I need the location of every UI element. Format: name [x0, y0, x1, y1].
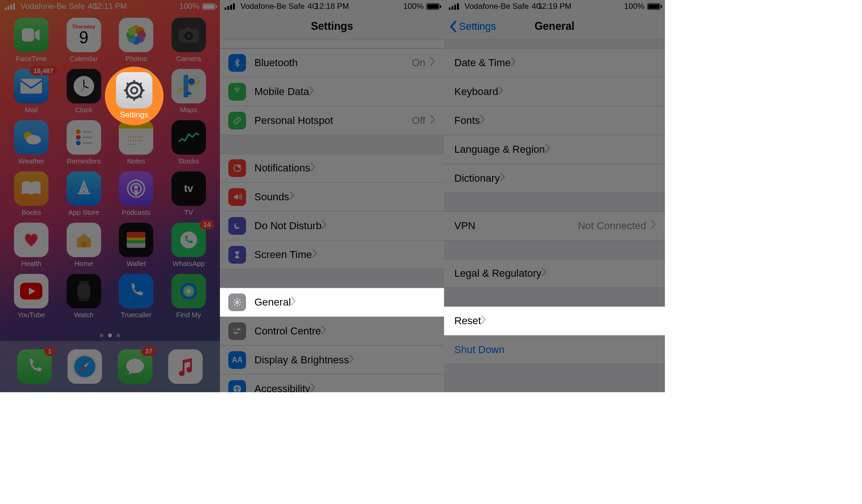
- row-value: Off: [412, 115, 425, 127]
- general-row-reset[interactable]: Reset: [444, 306, 665, 335]
- app-label: Clock: [75, 106, 93, 114]
- settings-highlight[interactable]: Settings: [105, 67, 164, 125]
- general-row-dictionary[interactable]: Dictionary: [444, 164, 665, 193]
- link-icon: [228, 112, 246, 129]
- app-home[interactable]: Home: [62, 223, 106, 267]
- app-tv[interactable]: tvTV: [167, 171, 211, 216]
- app-label: Photos: [125, 54, 147, 62]
- app-books[interactable]: Books: [9, 171, 54, 216]
- settings-row-mobile-data[interactable]: Mobile Data: [220, 77, 444, 106]
- general-row-vpn[interactable]: VPNNot Connected: [444, 211, 665, 240]
- page-dots[interactable]: [0, 334, 220, 337]
- phone-home-screen: Vodafone-Be Safe 4G 12:11 PM 100% FaceTi…: [0, 0, 220, 392]
- general-row-fonts[interactable]: Fonts: [444, 106, 665, 135]
- settings-row-control-centre[interactable]: Control Centre: [220, 317, 444, 346]
- app-safari[interactable]: [68, 349, 102, 384]
- svg-point-63: [238, 165, 241, 168]
- chevron-right-icon: [322, 220, 327, 232]
- books-icon: [14, 171, 48, 206]
- row-label: Keyboard: [454, 86, 498, 98]
- app-weather[interactable]: Weather: [9, 120, 54, 165]
- chevron-right-icon: [481, 315, 486, 327]
- app-camera[interactable]: Camera: [167, 18, 211, 62]
- badge: 18,487: [30, 66, 57, 75]
- chevron-right-icon: [312, 249, 318, 261]
- app-wallet[interactable]: Wallet: [114, 223, 158, 267]
- carrier-label: Vodafone-Be Safe: [21, 2, 85, 11]
- settings-row-display-brightness[interactable]: AADisplay & Brightness: [220, 346, 444, 375]
- general-row-language-region[interactable]: Language & Region: [444, 135, 665, 164]
- app-phone[interactable]: 1: [17, 349, 52, 384]
- app-facetime[interactable]: FaceTime: [9, 18, 54, 62]
- app-music[interactable]: [168, 349, 203, 384]
- settings-row-general[interactable]: General: [220, 288, 444, 317]
- battery-icon: [202, 3, 215, 10]
- facetime-icon: [14, 18, 48, 52]
- app-photos[interactable]: Photos: [114, 18, 158, 62]
- wallet-icon: [119, 223, 153, 257]
- svg-rect-45: [77, 284, 90, 299]
- nav-title: General: [534, 20, 575, 33]
- app-label: Weather: [18, 157, 44, 165]
- settings-icon: [116, 72, 152, 109]
- findmy-icon: [171, 274, 206, 308]
- clock-label: 12:18 PM: [315, 2, 349, 11]
- general-row-keyboard[interactable]: Keyboard: [444, 77, 665, 106]
- svg-point-24: [76, 129, 81, 134]
- row-label: Language & Region: [454, 143, 545, 156]
- app-messages[interactable]: 37: [118, 349, 152, 384]
- app-label: Maps: [180, 106, 197, 114]
- general-row-shut-down[interactable]: Shut Down: [444, 335, 665, 364]
- calendar-icon: Thursday9: [67, 18, 101, 52]
- row-label: Mobile Data: [254, 86, 309, 98]
- row-label: Reset: [454, 315, 481, 327]
- app-clock[interactable]: Clock: [62, 69, 106, 114]
- settings-row-sounds[interactable]: Sounds: [220, 183, 444, 211]
- general-row-legal-regulatory[interactable]: Legal & Regulatory: [444, 259, 665, 288]
- app-notes[interactable]: Notes: [114, 120, 158, 165]
- app-appstore[interactable]: App Store: [62, 171, 106, 216]
- svg-point-25: [76, 135, 81, 140]
- antenna-icon: [228, 83, 246, 101]
- app-label: Notes: [127, 157, 145, 165]
- row-label: Legal & Regulatory: [454, 267, 541, 279]
- general-list[interactable]: Date & TimeKeyboardFontsLanguage & Regio…: [444, 40, 665, 392]
- podcasts-icon: [119, 171, 153, 206]
- settings-row-notifications[interactable]: Notifications: [220, 154, 444, 183]
- phone-general-screen: Vodafone-Be Safe 4G 12:19 PM 100% Settin…: [444, 0, 665, 392]
- app-calendar[interactable]: Thursday9Calendar: [62, 18, 106, 62]
- app-watch[interactable]: Watch: [62, 274, 106, 319]
- svg-line-57: [127, 83, 129, 85]
- svg-point-41: [180, 232, 197, 248]
- nav-back-button[interactable]: Settings: [449, 20, 496, 33]
- settings-row-accessibility[interactable]: Accessibility: [220, 375, 444, 392]
- app-mail[interactable]: 18,487Mail: [9, 69, 54, 114]
- app-label: Wallet: [127, 259, 146, 267]
- settings-list[interactable]: BluetoothOnMobile DataPersonal HotspotOf…: [220, 40, 444, 392]
- svg-point-35: [134, 185, 138, 189]
- app-stocks[interactable]: Stocks: [167, 120, 211, 165]
- row-label: Date & Time: [454, 57, 511, 69]
- settings-row-screen-time[interactable]: Screen Time: [220, 240, 444, 269]
- app-maps[interactable]: Maps: [167, 69, 211, 114]
- svg-point-12: [186, 34, 191, 38]
- settings-row-personal-hotspot[interactable]: Personal HotspotOff: [220, 106, 444, 135]
- app-findmy[interactable]: Find My: [167, 274, 211, 319]
- app-truecaller[interactable]: Truecaller: [114, 274, 158, 319]
- maps-icon: [171, 69, 206, 103]
- settings-row-bluetooth[interactable]: BluetoothOn: [220, 48, 444, 77]
- app-youtube[interactable]: YouTube: [9, 274, 54, 319]
- row-label: Shut Down: [454, 344, 505, 356]
- settings-row-do-not-disturb[interactable]: Do Not Disturb: [220, 211, 444, 240]
- chevron-right-icon: [289, 191, 295, 203]
- app-label: Watch: [74, 311, 94, 319]
- app-label: Calendar: [69, 54, 98, 62]
- app-whatsapp[interactable]: 14WhatsApp: [167, 223, 211, 267]
- svg-point-64: [236, 301, 239, 304]
- app-reminders[interactable]: Reminders: [62, 120, 106, 165]
- svg-point-21: [188, 78, 195, 85]
- app-health[interactable]: Health: [9, 223, 54, 267]
- status-bar: Vodafone-Be Safe 4G 12:18 PM 100%: [220, 0, 444, 13]
- app-podcasts[interactable]: Podcasts: [114, 171, 158, 216]
- general-row-date-time[interactable]: Date & Time: [444, 48, 665, 77]
